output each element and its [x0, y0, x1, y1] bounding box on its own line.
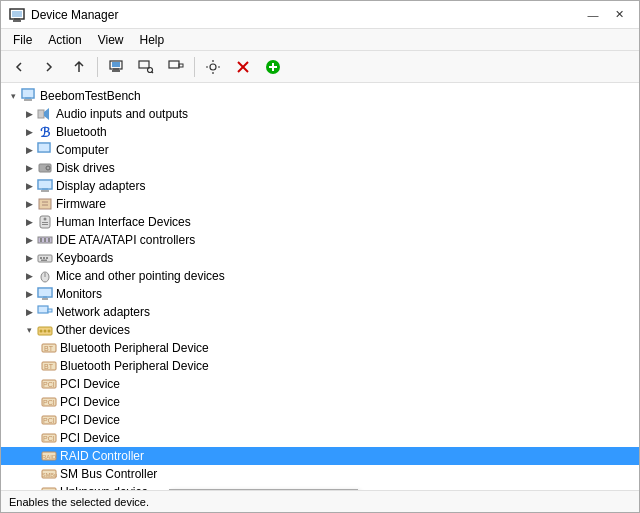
tree-item-bt-peripheral-2[interactable]: BT Bluetooth Peripheral Device: [1, 357, 639, 375]
up-icon: [71, 59, 87, 75]
device-tree[interactable]: ▾ BeebomTestBench ▶: [1, 83, 639, 490]
tree-item-firmware[interactable]: ▶ Firmware: [1, 195, 639, 213]
pci-2-icon: PCI: [41, 394, 57, 410]
display-label: Display adapters: [56, 179, 145, 193]
computer-icon: [108, 59, 124, 75]
toolbar-forward-button[interactable]: [35, 54, 63, 80]
svg-rect-41: [40, 238, 42, 242]
tree-item-mice[interactable]: ▶ Mice and other pointing devices: [1, 267, 639, 285]
audio-icon: [37, 106, 53, 122]
firmware-icon: [37, 196, 53, 212]
display-toggle[interactable]: ▶: [21, 178, 37, 194]
computer-toggle[interactable]: ▶: [21, 142, 37, 158]
tree-item-pci-1[interactable]: PCI PCI Device: [1, 375, 639, 393]
monitors-toggle[interactable]: ▶: [21, 286, 37, 302]
menu-help[interactable]: Help: [132, 31, 173, 49]
back-icon: [11, 59, 27, 75]
network-toggle[interactable]: ▶: [21, 304, 37, 320]
toolbar-computer-button[interactable]: [102, 54, 130, 80]
close-button[interactable]: ✕: [607, 5, 631, 25]
bluetooth-label: Bluetooth: [56, 125, 107, 139]
svg-point-62: [48, 330, 51, 333]
tree-item-audio[interactable]: ▶ Audio inputs and outputs: [1, 105, 639, 123]
svg-rect-5: [112, 62, 120, 67]
ide-toggle[interactable]: ▶: [21, 232, 37, 248]
bt-peripheral-2-icon: BT: [41, 358, 57, 374]
raid-label: RAID Controller: [60, 449, 144, 463]
tree-item-pci-4[interactable]: PCI PCI Device: [1, 429, 639, 447]
device-manager-window: Device Manager — ✕ File Action View Help: [0, 0, 640, 513]
other-icon: [37, 322, 53, 338]
svg-rect-8: [139, 61, 149, 68]
tree-item-display[interactable]: ▶ Display adapters: [1, 177, 639, 195]
toolbar-add-button[interactable]: [259, 54, 287, 80]
svg-rect-22: [24, 99, 32, 101]
tree-item-other[interactable]: ▾ Other devices: [1, 321, 639, 339]
tree-item-ide[interactable]: ▶ IDE ATA/ATAPI controllers: [1, 231, 639, 249]
firmware-toggle[interactable]: ▶: [21, 196, 37, 212]
toolbar-delete-button[interactable]: [229, 54, 257, 80]
bluetooth-toggle[interactable]: ▶: [21, 124, 37, 140]
network-icon: [37, 304, 53, 320]
tree-item-monitors[interactable]: ▶ Monitors: [1, 285, 639, 303]
mice-toggle[interactable]: ▶: [21, 268, 37, 284]
svg-rect-26: [39, 144, 49, 151]
settings-icon: [205, 59, 221, 75]
tree-root[interactable]: ▾ BeebomTestBench: [1, 87, 639, 105]
audio-toggle[interactable]: ▶: [21, 106, 37, 122]
svg-text:RAID: RAID: [42, 454, 57, 460]
menu-file[interactable]: File: [5, 31, 40, 49]
bluetooth-icon: ℬ: [37, 124, 53, 140]
tree-item-bt-peripheral-1[interactable]: BT Bluetooth Peripheral Device: [1, 339, 639, 357]
toolbar-search-button[interactable]: [132, 54, 160, 80]
computer-icon: [37, 142, 53, 158]
pci-3-label: PCI Device: [60, 413, 120, 427]
svg-rect-33: [39, 199, 51, 209]
svg-rect-45: [40, 257, 42, 259]
svg-rect-12: [179, 64, 183, 67]
keyboards-toggle[interactable]: ▶: [21, 250, 37, 266]
tree-item-computer[interactable]: ▶ Computer: [1, 141, 639, 159]
svg-rect-11: [169, 61, 179, 68]
menu-view[interactable]: View: [90, 31, 132, 49]
svg-text:PCI: PCI: [43, 399, 55, 406]
mice-label: Mice and other pointing devices: [56, 269, 225, 283]
svg-point-61: [44, 330, 47, 333]
tree-item-smbus[interactable]: SMBus SM Bus Controller: [1, 465, 639, 483]
svg-rect-53: [39, 289, 51, 296]
svg-text:SMBus: SMBus: [42, 472, 57, 478]
tree-item-bluetooth[interactable]: ▶ ℬ Bluetooth: [1, 123, 639, 141]
status-text: Enables the selected device.: [9, 496, 149, 508]
svg-rect-43: [48, 238, 50, 242]
tree-item-hid[interactable]: ▶ Human Interface Devices: [1, 213, 639, 231]
root-toggle[interactable]: ▾: [5, 88, 21, 104]
other-toggle[interactable]: ▾: [21, 322, 37, 338]
toolbar-up-button[interactable]: [65, 54, 93, 80]
minimize-button[interactable]: —: [581, 5, 605, 25]
svg-rect-38: [42, 222, 48, 223]
tree-item-keyboards[interactable]: ▶ Keyboards: [1, 249, 639, 267]
svg-text:PCI: PCI: [43, 435, 55, 442]
ide-label: IDE ATA/ATAPI controllers: [56, 233, 195, 247]
toolbar-back-button[interactable]: [5, 54, 33, 80]
disk-toggle[interactable]: ▶: [21, 160, 37, 176]
pci-4-label: PCI Device: [60, 431, 120, 445]
tree-item-raid[interactable]: RAID RAID Controller: [1, 447, 639, 465]
tree-item-network[interactable]: ▶ Network adapters: [1, 303, 639, 321]
window-icon: [9, 7, 25, 23]
tree-item-pci-2[interactable]: PCI PCI Device: [1, 393, 639, 411]
tree-item-disk[interactable]: ▶ Disk drives: [1, 159, 639, 177]
svg-rect-57: [48, 309, 52, 312]
window-title: Device Manager: [31, 8, 118, 22]
hid-toggle[interactable]: ▶: [21, 214, 37, 230]
tree-item-pci-3[interactable]: PCI PCI Device: [1, 411, 639, 429]
svg-marker-24: [44, 108, 49, 120]
svg-rect-23: [38, 110, 44, 118]
audio-label: Audio inputs and outputs: [56, 107, 188, 121]
toolbar-settings-button[interactable]: [199, 54, 227, 80]
hid-icon: [37, 214, 53, 230]
menu-action[interactable]: Action: [40, 31, 89, 49]
monitors-label: Monitors: [56, 287, 102, 301]
firmware-label: Firmware: [56, 197, 106, 211]
toolbar-network-button[interactable]: [162, 54, 190, 80]
